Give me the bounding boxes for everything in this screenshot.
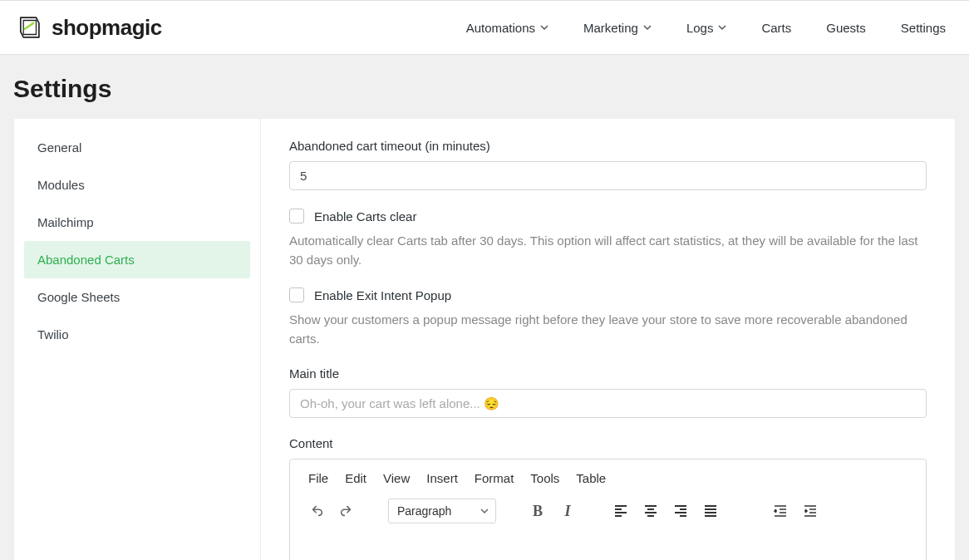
outdent-icon (773, 504, 788, 518)
brand-name: shopmagic (52, 15, 162, 41)
bold-button[interactable]: B (526, 499, 549, 523)
settings-layout: General Modules Mailchimp Abandoned Cart… (0, 118, 969, 560)
shopmagic-logo-icon (15, 13, 43, 42)
editor-menu-table[interactable]: Table (576, 471, 606, 485)
format-select-label: Paragraph (397, 504, 451, 518)
editor-menu-file[interactable]: File (308, 471, 328, 485)
enable-exit-intent-row: Enable Exit Intent Popup (289, 287, 927, 302)
nav-settings[interactable]: Settings (901, 21, 946, 35)
main-title-label: Main title (289, 366, 927, 381)
nav-label: Marketing (583, 21, 638, 35)
sidebar-item-twilio[interactable]: Twilio (24, 316, 250, 353)
nav-label: Guests (826, 21, 866, 35)
timeout-label: Abandoned cart timeout (in minutes) (289, 139, 927, 153)
enable-carts-clear-checkbox[interactable] (289, 209, 304, 224)
enable-carts-clear-label: Enable Carts clear (314, 209, 416, 224)
indent-icon (803, 504, 818, 518)
nav-label: Automations (466, 21, 535, 35)
content-label: Content (289, 436, 927, 450)
rich-text-editor: File Edit View Insert Format Tools Table (289, 459, 927, 560)
nav-carts[interactable]: Carts (761, 21, 791, 35)
nav-marketing[interactable]: Marketing (583, 21, 652, 35)
chevron-down-icon (480, 507, 489, 515)
nav-label: Logs (686, 21, 714, 35)
chevron-down-icon (540, 23, 548, 32)
enable-carts-clear-row: Enable Carts clear (289, 209, 927, 224)
enable-exit-intent-checkbox[interactable] (289, 287, 304, 302)
align-justify-icon (703, 504, 718, 518)
undo-button[interactable] (305, 499, 328, 523)
brand-logo: shopmagic (15, 13, 162, 42)
sidebar-item-mailchimp[interactable]: Mailchimp (24, 204, 250, 241)
timeout-input[interactable] (289, 161, 927, 190)
editor-menu-edit[interactable]: Edit (345, 471, 366, 485)
main-title-input[interactable] (289, 389, 927, 418)
align-center-button[interactable] (639, 499, 662, 523)
editor-menu-view[interactable]: View (383, 471, 410, 485)
editor-body[interactable] (290, 535, 926, 560)
enable-exit-intent-help: Show your customers a popup message righ… (289, 311, 927, 348)
italic-icon: I (564, 503, 570, 520)
chevron-down-icon (643, 23, 652, 32)
nav-logs[interactable]: Logs (686, 21, 727, 35)
settings-content: Abandoned cart timeout (in minutes) Enab… (261, 118, 956, 560)
nav-guests[interactable]: Guests (826, 21, 866, 35)
nav-label: Settings (901, 21, 946, 35)
app-header: shopmagic Automations Marketing Logs Car… (0, 0, 969, 55)
bold-icon: B (533, 503, 543, 520)
format-select[interactable]: Paragraph (388, 499, 496, 523)
editor-menu-tools[interactable]: Tools (530, 471, 559, 485)
sidebar-item-modules[interactable]: Modules (24, 166, 250, 204)
nav-automations[interactable]: Automations (466, 21, 548, 35)
settings-sidebar: General Modules Mailchimp Abandoned Cart… (13, 118, 261, 560)
italic-button[interactable]: I (556, 499, 579, 523)
outdent-button[interactable] (769, 499, 792, 523)
sidebar-item-general[interactable]: General (24, 129, 250, 166)
editor-menubar: File Edit View Insert Format Tools Table (290, 459, 926, 494)
align-left-icon (613, 504, 628, 518)
sidebar-item-abandoned-carts[interactable]: Abandoned Carts (24, 241, 250, 278)
redo-icon (339, 504, 354, 518)
indent-button[interactable] (799, 499, 822, 523)
main-nav: Automations Marketing Logs Carts Guests … (466, 21, 946, 35)
editor-toolbar: Paragraph B I (290, 494, 926, 535)
align-justify-button[interactable] (699, 499, 722, 523)
align-right-button[interactable] (669, 499, 692, 523)
page-title: Settings (0, 55, 969, 118)
align-center-icon (643, 504, 658, 518)
editor-menu-insert[interactable]: Insert (426, 471, 458, 485)
enable-exit-intent-label: Enable Exit Intent Popup (314, 288, 451, 302)
undo-icon (309, 504, 324, 518)
redo-button[interactable] (335, 499, 358, 523)
align-right-icon (673, 504, 688, 518)
align-left-button[interactable] (609, 499, 632, 523)
enable-carts-clear-help: Automatically clear Carts tab after 30 d… (289, 232, 927, 269)
editor-menu-format[interactable]: Format (475, 471, 514, 485)
chevron-down-icon (718, 23, 726, 32)
sidebar-item-google-sheets[interactable]: Google Sheets (24, 278, 250, 316)
nav-label: Carts (761, 21, 791, 35)
